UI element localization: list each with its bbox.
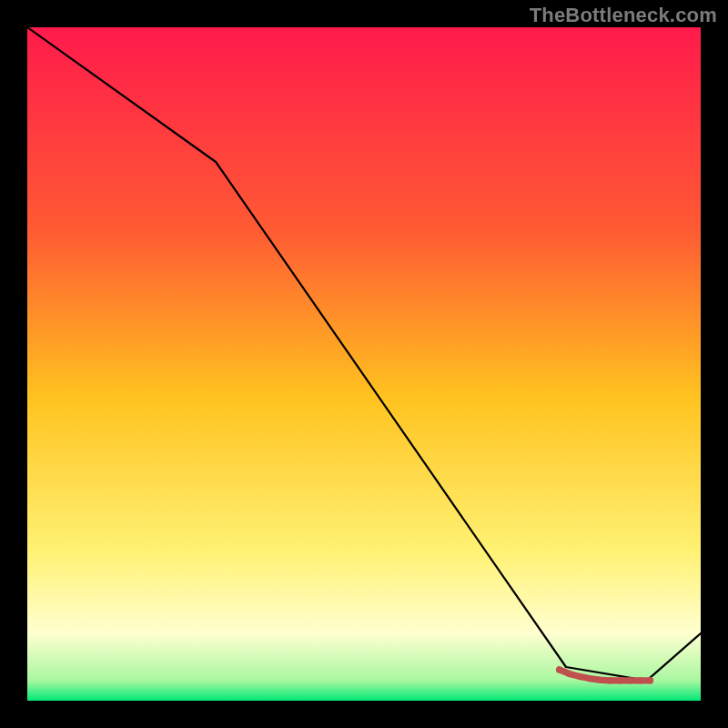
chart-plot-area	[27, 27, 701, 701]
sweet-spot-marker-dot	[637, 677, 643, 683]
sweet-spot-marker-dot	[596, 676, 602, 682]
chart-frame: TheBottleneck.com	[0, 0, 728, 728]
sweet-spot-marker-dot	[556, 666, 562, 672]
sweet-spot-marker-dot	[607, 677, 613, 683]
sweet-spot-marker-dot	[617, 677, 623, 683]
gradient-background	[27, 27, 701, 701]
sweet-spot-marker-dot	[576, 673, 582, 680]
chart-svg	[27, 27, 701, 701]
watermark-text: TheBottleneck.com	[530, 4, 717, 27]
sweet-spot-marker-dot	[647, 677, 653, 683]
sweet-spot-marker-dot	[586, 675, 592, 682]
sweet-spot-marker-dot	[566, 671, 572, 677]
sweet-spot-marker-dot	[627, 677, 633, 683]
